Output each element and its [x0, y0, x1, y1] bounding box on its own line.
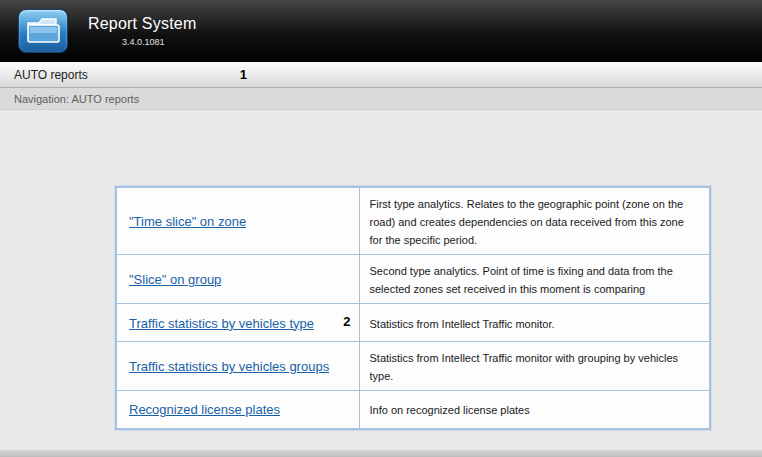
report-link-traffic-statistics-by-vehicles-groups[interactable]: Traffic statistics by vehicles groups [129, 359, 329, 374]
report-description-cell: Statistics from Intellect Traffic monito… [359, 304, 710, 342]
report-system-window: Report System 3.4.0.1081 AUTO reports 1 … [0, 0, 762, 457]
breadcrumb: Navigation: AUTO reports [14, 93, 139, 105]
menubar: AUTO reports 1 [0, 62, 762, 88]
report-description: Info on recognized license plates [370, 404, 530, 416]
report-link-time-slice-on-zone[interactable]: "Time slice" on zone [129, 214, 246, 229]
callout-annotation-1: 1 [240, 67, 247, 82]
report-link-cell: Traffic statistics by vehicles groups [116, 342, 359, 391]
app-version: 3.4.0.1081 [122, 37, 196, 47]
report-link-cell: "Slice" on group [116, 255, 359, 304]
callout-annotation-2: 2 [343, 314, 350, 329]
report-description-cell: First type analytics. Relates to the geo… [359, 187, 710, 255]
report-link-slice-on-group[interactable]: "Slice" on group [129, 272, 221, 287]
report-description-cell: Info on recognized license plates [359, 391, 710, 429]
title-block: Report System 3.4.0.1081 [88, 15, 196, 47]
table-row: Traffic statistics by vehicles groups St… [116, 342, 710, 391]
app-title: Report System [88, 15, 196, 33]
window-bottom-edge [0, 450, 762, 457]
report-description: Second type analytics. Point of time is … [370, 265, 673, 295]
report-description-cell: Statistics from Intellect Traffic monito… [359, 342, 710, 391]
report-description: First type analytics. Relates to the geo… [370, 198, 684, 246]
report-link-cell: "Time slice" on zone [116, 187, 359, 255]
report-system-folder-icon [18, 9, 68, 53]
report-link-traffic-statistics-by-vehicles-type[interactable]: Traffic statistics by vehicles type [129, 316, 314, 331]
content-area: "Time slice" on zone First type analytic… [0, 110, 762, 457]
report-description-cell: Second type analytics. Point of time is … [359, 255, 710, 304]
table-row: "Slice" on group Second type analytics. … [116, 255, 710, 304]
table-row: 2 Traffic statistics by vehicles type St… [116, 304, 710, 342]
menubar-item-auto-reports[interactable]: AUTO reports [14, 68, 88, 82]
navigation-bar: Navigation: AUTO reports [0, 88, 762, 110]
report-description: Statistics from Intellect Traffic monito… [370, 352, 679, 382]
report-link-recognized-license-plates[interactable]: Recognized license plates [129, 402, 280, 417]
report-description: Statistics from Intellect Traffic monito… [370, 318, 555, 330]
table-row: "Time slice" on zone First type analytic… [116, 187, 710, 255]
app-header: Report System 3.4.0.1081 [0, 0, 762, 62]
report-link-cell: 2 Traffic statistics by vehicles type [116, 304, 359, 342]
table-row: Recognized license plates Info on recogn… [116, 391, 710, 429]
report-link-cell: Recognized license plates [116, 391, 359, 429]
reports-table: "Time slice" on zone First type analytic… [115, 186, 711, 430]
